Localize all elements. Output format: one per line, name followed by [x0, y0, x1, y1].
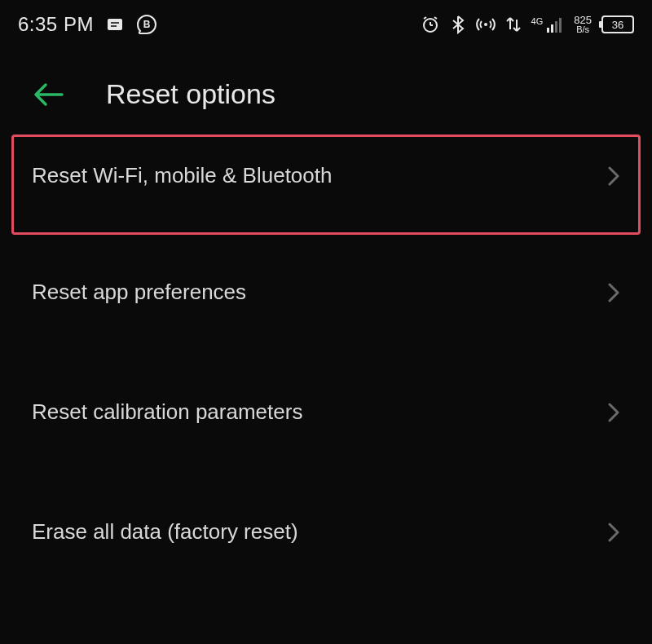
network-speed-unit: B/s [576, 25, 589, 34]
list-separator [11, 474, 641, 486]
data-transfer-icon [505, 15, 522, 34]
signal-indicator: 4G [531, 16, 565, 33]
option-label: Reset Wi-Fi, mobile & Bluetooth [32, 163, 332, 188]
status-bar: 6:35 PM B [0, 0, 652, 46]
bluetooth-icon [450, 15, 466, 34]
svg-rect-0 [108, 19, 122, 30]
battery-indicator: 36 [601, 15, 634, 33]
option-label: Reset app preferences [32, 280, 246, 305]
svg-line-7 [424, 17, 426, 19]
svg-text:B: B [143, 19, 151, 30]
status-left-group: 6:35 PM B [18, 13, 157, 36]
hotspot-icon [476, 15, 496, 34]
options-list: Reset Wi-Fi, mobile & Bluetooth Reset ap… [0, 135, 652, 594]
svg-rect-13 [559, 18, 562, 33]
chevron-right-icon [607, 282, 620, 303]
back-button[interactable] [31, 80, 65, 109]
status-right-group: 4G 825 B/s 36 [421, 15, 634, 34]
page-title: Reset options [106, 78, 275, 110]
network-speed: 825 B/s [574, 15, 592, 34]
chevron-right-icon [607, 402, 620, 423]
battery-level: 36 [601, 15, 634, 33]
alarm-icon [421, 15, 440, 34]
option-label: Erase all data (factory reset) [32, 519, 298, 545]
svg-rect-12 [555, 21, 557, 33]
option-reset-app-prefs[interactable]: Reset app preferences [11, 246, 641, 355]
signal-label: 4G [531, 16, 544, 26]
svg-line-8 [434, 17, 437, 19]
circle-b-icon: B [136, 14, 157, 35]
header: Reset options [0, 46, 652, 135]
svg-rect-11 [551, 24, 553, 33]
list-separator [11, 235, 641, 246]
chevron-right-icon [607, 165, 620, 187]
option-label: Reset calibration parameters [32, 399, 302, 425]
svg-rect-10 [547, 28, 549, 33]
option-reset-wifi[interactable]: Reset Wi-Fi, mobile & Bluetooth [11, 135, 641, 235]
svg-point-9 [484, 23, 487, 26]
status-time: 6:35 PM [18, 13, 94, 36]
option-erase-all[interactable]: Erase all data (factory reset) [11, 486, 641, 594]
message-icon [105, 15, 125, 34]
list-separator [11, 355, 641, 366]
option-reset-calibration[interactable]: Reset calibration parameters [11, 366, 641, 474]
chevron-right-icon [607, 522, 620, 543]
